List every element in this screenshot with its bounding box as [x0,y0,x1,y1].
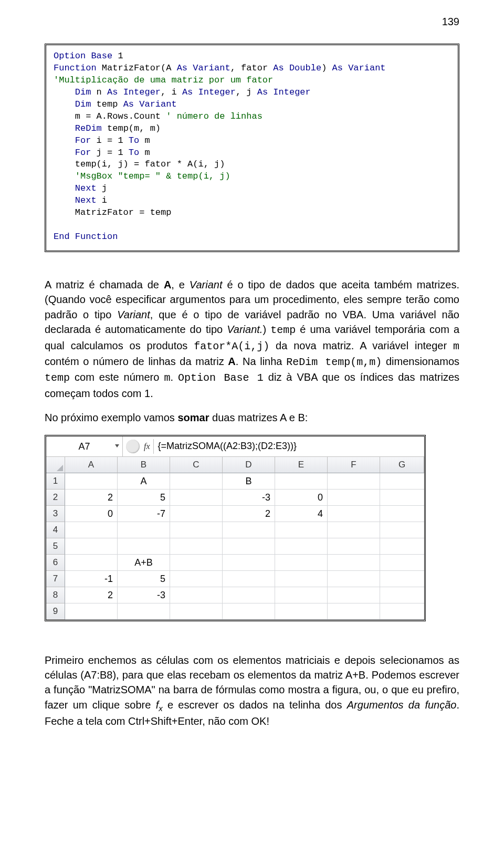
code-line: MatrizFator = temp [54,207,171,217]
cell[interactable]: 5 [118,571,170,587]
cell[interactable] [170,538,223,555]
row-header[interactable]: 7 [46,571,65,587]
cell[interactable]: 0 [65,506,118,522]
cell[interactable] [380,506,424,522]
cell[interactable] [223,538,275,555]
cell[interactable] [65,555,118,571]
cell[interactable]: 4 [275,506,328,522]
cell[interactable] [118,603,170,620]
cell[interactable] [380,473,424,490]
cell[interactable]: -1 [65,571,118,587]
vba-code-block: Option Base 1 Function MatrizFator(A As … [45,44,459,252]
cell[interactable] [328,538,380,555]
cell[interactable] [380,490,424,506]
col-header[interactable]: D [223,457,275,473]
col-header[interactable]: B [118,457,170,473]
row-header[interactable]: 4 [46,522,65,538]
cell[interactable] [328,473,380,490]
code-line: As Variant [177,63,230,73]
cell[interactable] [380,555,424,571]
cell[interactable] [275,603,328,620]
cell[interactable] [328,522,380,538]
col-header[interactable]: A [65,457,118,473]
cell[interactable] [380,587,424,603]
cell[interactable] [170,571,223,587]
cell[interactable] [65,473,118,490]
row-header[interactable]: 3 [46,506,65,522]
cell[interactable] [170,555,223,571]
cell[interactable]: -3 [118,587,170,603]
cell[interactable] [380,538,424,555]
cell[interactable] [275,555,328,571]
cell[interactable] [170,473,223,490]
code-line: Dim [54,99,91,109]
cell[interactable] [223,522,275,538]
cell[interactable] [328,490,380,506]
cell[interactable]: -3 [223,490,275,506]
cell[interactable] [380,603,424,620]
cell[interactable] [223,571,275,587]
cell[interactable]: 2 [65,490,118,506]
cell[interactable] [275,538,328,555]
cell[interactable] [223,603,275,620]
cell[interactable] [275,522,328,538]
cell[interactable] [223,587,275,603]
cell[interactable] [328,603,380,620]
code-line: i = 1 [91,136,128,145]
col-header[interactable]: G [380,457,424,473]
cell[interactable]: A [118,473,170,490]
cell[interactable]: B [223,473,275,490]
code-line: End Function [54,232,118,242]
cell[interactable] [328,571,380,587]
cell[interactable] [275,587,328,603]
code-line: ) [321,63,332,73]
cell[interactable]: 2 [65,587,118,603]
name-box[interactable]: A7 [46,436,123,456]
formula-bar: A7 fx {=MatrizSOMA((A2:B3);(D2:E3))} [46,436,424,457]
cell[interactable] [118,538,170,555]
chevron-down-icon[interactable] [115,444,119,447]
row-header[interactable]: 5 [46,538,65,555]
code-line: For [54,148,91,158]
formula-input[interactable]: {=MatrizSOMA((A2:B3);(D2:E3))} [154,441,424,452]
select-all-corner[interactable] [46,457,65,473]
row-header[interactable]: 6 [46,555,65,571]
cell[interactable] [170,506,223,522]
code-comment: 'MsgBox "temp= " & temp(i, j) [54,171,230,181]
cell[interactable]: -7 [118,506,170,522]
spreadsheet-grid: A B C D E F G 1 A B 2 2 5 -3 0 3 [46,457,424,620]
row-header[interactable]: 2 [46,490,65,506]
cell[interactable] [65,522,118,538]
cell[interactable] [380,522,424,538]
cell[interactable] [65,603,118,620]
fx-icon[interactable]: fx [144,442,150,451]
cell[interactable] [328,587,380,603]
cell[interactable] [223,555,275,571]
code-line: 1 [112,51,123,61]
row-header[interactable]: 9 [46,603,65,620]
col-header[interactable]: E [275,457,328,473]
col-header[interactable]: F [328,457,380,473]
code-line: As Integer [107,87,161,97]
col-header[interactable]: C [170,457,223,473]
cell[interactable] [380,571,424,587]
cell[interactable]: 0 [275,490,328,506]
cell[interactable] [275,571,328,587]
cell[interactable] [170,587,223,603]
cell[interactable] [65,538,118,555]
cell[interactable] [275,473,328,490]
code-line: m = A.Rows.Count [54,111,166,121]
code-line: temp [91,99,123,109]
cell[interactable] [328,506,380,522]
cell[interactable]: 2 [223,506,275,522]
cell[interactable]: A+B [118,555,170,571]
row-header[interactable]: 8 [46,587,65,603]
row-header[interactable]: 1 [46,473,65,490]
cell[interactable] [170,490,223,506]
cell[interactable] [328,555,380,571]
cell[interactable] [170,603,223,620]
cell[interactable] [170,522,223,538]
cell[interactable]: 5 [118,490,170,506]
cell[interactable] [118,522,170,538]
code-line: Option Base [54,51,112,61]
